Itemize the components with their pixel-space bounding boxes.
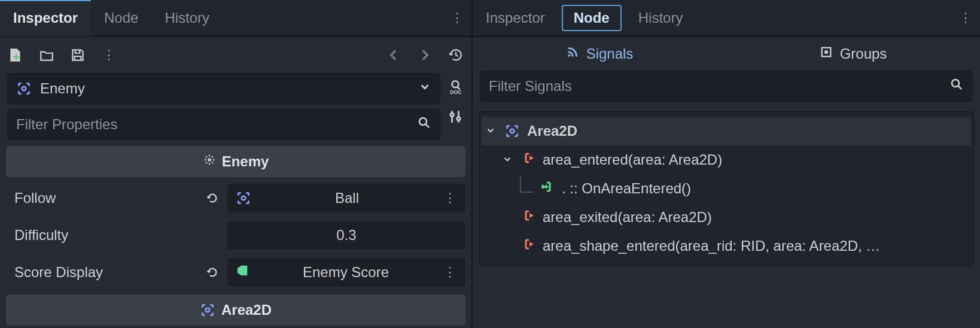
subtab-signals[interactable]: Signals [473, 45, 726, 62]
svg-point-3 [419, 118, 427, 125]
history-icon[interactable] [448, 47, 464, 63]
signal-name: area_shape_entered(area_rid: RID, area: … [543, 238, 880, 254]
reset-icon[interactable] [202, 266, 223, 279]
dock-tabs: Inspector Node History ⋮ [473, 0, 980, 37]
svg-point-13 [510, 129, 515, 133]
load-resource-icon[interactable] [38, 47, 55, 63]
property-value-text: Ball [335, 190, 359, 206]
filter-signals[interactable] [480, 71, 973, 102]
property-row-difficulty: Difficulty 0.3 [6, 217, 465, 254]
tag-icon [236, 264, 249, 281]
filter-signals-input[interactable] [489, 78, 949, 95]
property-row-follow: Follow Ball ⋮ [6, 180, 465, 217]
svg-point-8 [206, 308, 210, 312]
tab-node[interactable]: Node [562, 5, 622, 31]
node2d-icon [236, 190, 251, 206]
search-icon [949, 77, 964, 95]
tab-node[interactable]: Node [91, 0, 151, 37]
signal-name: area_exited(area: Area2D) [543, 209, 712, 226]
property-label: Follow [6, 190, 197, 206]
history-forward-icon[interactable] [416, 47, 433, 63]
subtab-label: Signals [586, 45, 634, 62]
property-value[interactable]: 0.3 [227, 221, 465, 250]
gear-icon [203, 153, 216, 170]
node-subtabs: Signals Groups [473, 37, 980, 71]
node2d-icon [16, 81, 32, 96]
svg-point-0 [22, 87, 26, 91]
signal-class-row[interactable]: Area2D [482, 117, 971, 145]
signal-emit-icon [521, 151, 535, 169]
property-value-text: 0.3 [336, 227, 356, 244]
property-list: Enemy Follow Ball ⋮ Difficulty 0.3 [0, 146, 471, 328]
signal-emit-icon [521, 208, 535, 226]
svg-point-6 [208, 158, 211, 162]
signal-connect-icon [540, 180, 555, 198]
object-name: Enemy [40, 80, 85, 97]
svg-rect-11 [824, 50, 828, 54]
svg-point-9 [568, 54, 570, 57]
signal-row[interactable]: area_exited(area: Area2D) [482, 203, 971, 232]
tab-inspector[interactable]: Inspector [0, 0, 91, 37]
inspector-panel: Inspector Node History ⋮ ⋮ [0, 0, 473, 328]
property-value-text: Enemy Score [303, 264, 389, 281]
script-section-title: Enemy [222, 153, 269, 170]
node-panel: Inspector Node History ⋮ Signals Groups [473, 0, 980, 328]
class-section-title: Area2D [221, 302, 272, 318]
connection-target: . :: OnAreaEntered() [562, 180, 691, 197]
filter-properties-input[interactable] [16, 116, 417, 133]
chevron-down-icon [485, 123, 497, 139]
subtab-label: Groups [840, 45, 887, 62]
chevron-down-icon [418, 80, 431, 97]
signal-row[interactable]: area_entered(area: Area2D) [482, 145, 971, 174]
extra-resource-options-icon[interactable]: ⋮ [101, 47, 117, 63]
node2d-icon [200, 302, 215, 318]
signals-tree: Area2D area_entered(area: Area2D) . :: O… [473, 108, 980, 328]
history-back-icon[interactable] [385, 47, 402, 63]
property-value[interactable]: Enemy Score ⋮ [227, 258, 465, 287]
signal-name: area_entered(area: Area2D) [543, 151, 722, 168]
dock-options-icon[interactable]: ⋮ [957, 10, 974, 26]
svg-point-7 [242, 196, 246, 201]
new-resource-icon[interactable] [7, 47, 24, 63]
tab-history[interactable]: History [625, 0, 696, 37]
signal-emit-icon [521, 237, 535, 255]
property-value[interactable]: Ball ⋮ [227, 184, 465, 212]
class-section-header[interactable]: Area2D [6, 294, 465, 326]
property-label: Difficulty [6, 227, 197, 244]
property-menu-icon[interactable]: ⋮ [443, 265, 457, 280]
tab-inspector[interactable]: Inspector [473, 0, 558, 37]
signal-class-name: Area2D [527, 123, 577, 139]
svg-point-12 [952, 80, 959, 87]
property-tools-icon[interactable] [446, 109, 464, 140]
filter-properties[interactable] [7, 109, 440, 140]
signals-icon [566, 45, 579, 62]
reset-icon[interactable] [202, 192, 223, 205]
node2d-icon [504, 123, 520, 139]
signal-connection-row[interactable]: . :: OnAreaEntered() [482, 174, 971, 203]
property-label: Score Display [6, 264, 197, 281]
dock-options-icon[interactable]: ⋮ [449, 10, 465, 26]
open-docs-icon[interactable]: DOC [446, 79, 464, 98]
groups-icon [820, 45, 833, 62]
svg-text:DOC: DOC [450, 89, 462, 95]
tree-elbow [520, 176, 533, 193]
tab-history[interactable]: History [151, 0, 223, 37]
signal-row[interactable]: area_shape_entered(area_rid: RID, area: … [482, 232, 971, 260]
script-section-header[interactable]: Enemy [6, 146, 465, 177]
chevron-down-icon [502, 151, 514, 168]
save-resource-icon[interactable] [69, 47, 86, 63]
svg-point-5 [457, 117, 460, 120]
object-selector[interactable]: Enemy [7, 73, 440, 104]
dock-tabs: Inspector Node History ⋮ [0, 0, 471, 37]
inspector-toolbar: ⋮ [0, 37, 471, 73]
svg-point-4 [451, 113, 454, 116]
property-menu-icon[interactable]: ⋮ [443, 190, 457, 206]
subtab-groups[interactable]: Groups [726, 45, 980, 62]
property-row-score-display: Score Display Enemy Score ⋮ [6, 254, 465, 291]
search-icon [417, 116, 431, 133]
